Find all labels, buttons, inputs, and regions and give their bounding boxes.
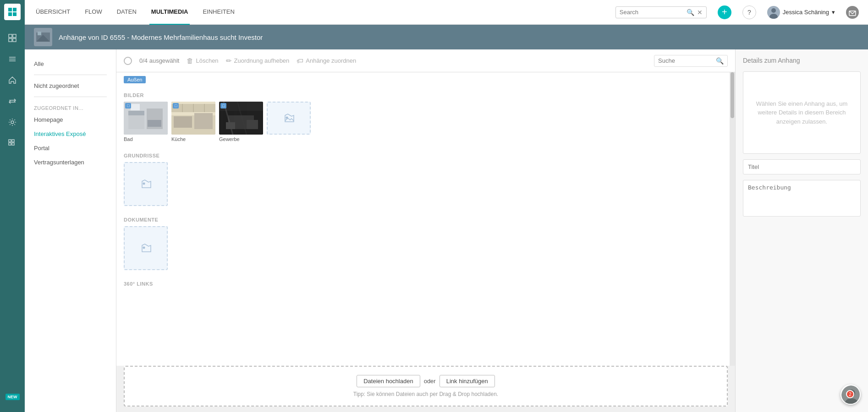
upload-tip: Tipp: Sie können Dateien auch per Drag &… xyxy=(353,391,498,397)
svg-rect-22 xyxy=(38,32,41,35)
page-header-title: Anhänge von ID 6555 - Modernes Mehrfamil… xyxy=(59,33,263,41)
nav-search-icon[interactable]: 🔍 xyxy=(687,9,694,16)
media-badge-gewerbe: □ xyxy=(220,103,226,108)
media-thumb-gewerbe[interactable]: □ xyxy=(219,102,263,135)
left-nav-section-title: ZUGEORDNET IN... xyxy=(25,101,116,113)
svg-rect-26 xyxy=(128,111,144,115)
media-thumb-kuche[interactable]: □ xyxy=(171,102,215,135)
nav-daten[interactable]: DATEN xyxy=(115,0,138,25)
scroll-bar[interactable] xyxy=(730,72,735,366)
media-placeholder-bilder[interactable] xyxy=(267,102,311,135)
section-aussen-tag: Außen xyxy=(124,76,146,83)
media-placeholder-grundrisse[interactable] xyxy=(124,162,168,206)
nav-user[interactable]: Jessica Schäning ▾ xyxy=(767,6,835,19)
toolbar-search-input[interactable] xyxy=(658,57,713,64)
right-panel-description-input[interactable] xyxy=(743,180,861,217)
notification-badge: 2 xyxy=(846,390,854,398)
select-all-checkbox[interactable] xyxy=(124,57,132,65)
selected-count-label: 0/4 ausgewählt xyxy=(139,57,179,64)
svg-rect-3 xyxy=(13,12,16,16)
media-badge-bad: □ xyxy=(125,103,131,108)
delete-button[interactable]: 🗑 Löschen xyxy=(187,57,218,65)
sidebar-list-icon[interactable] xyxy=(0,49,25,70)
svg-rect-4 xyxy=(9,34,12,38)
top-navigation: ÜBERSICHT FLOW DATEN MULTIMEDIA EINHEITE… xyxy=(25,0,868,25)
sidebar-grid-icon[interactable] xyxy=(0,27,25,49)
left-nav-alle[interactable]: Alle xyxy=(25,57,116,71)
svg-rect-5 xyxy=(13,34,16,38)
unassign-icon: ✏ xyxy=(226,57,232,65)
sidebar-transfer-icon[interactable] xyxy=(0,91,25,112)
nav-help-button[interactable]: ? xyxy=(742,5,756,19)
sidebar-apps-icon[interactable] xyxy=(0,133,25,154)
nav-notifications[interactable] xyxy=(846,6,859,19)
svg-rect-34 xyxy=(194,113,213,129)
left-nav-interaktives-expose[interactable]: Interaktives Exposé xyxy=(25,127,116,141)
media-item-placeholder-dokumente[interactable] xyxy=(124,226,168,270)
media-label-gewerbe: Gewerbe xyxy=(219,136,263,142)
section-bilder-label: BILDER xyxy=(124,87,722,102)
nav-chevron-down-icon: ▾ xyxy=(832,9,835,16)
svg-rect-45 xyxy=(226,122,235,129)
toolbar-search-icon[interactable]: 🔍 xyxy=(716,57,724,65)
upload-zone: Dateien hochladen oder Link hinzufügen T… xyxy=(124,366,728,407)
assign-label: Anhänge zuordnen xyxy=(306,57,356,64)
svg-point-48 xyxy=(143,183,145,185)
nav-close-icon[interactable]: ✕ xyxy=(697,9,703,16)
bilder-grid: □ Bad xyxy=(124,102,722,147)
svg-rect-0 xyxy=(8,8,12,11)
unassign-label: Zuordnung aufheben xyxy=(234,57,290,64)
upload-row: Dateien hochladen oder Link hinzufügen xyxy=(357,375,495,387)
nav-multimedia[interactable]: MULTIMEDIA xyxy=(149,0,190,25)
left-navigation: Alle Nicht zugeordnet ZUGEORDNET IN... H… xyxy=(25,49,116,412)
media-badge-kuche: □ xyxy=(173,103,179,108)
media-thumb-bad[interactable]: □ xyxy=(124,102,168,135)
media-label-bad: Bad xyxy=(124,136,168,142)
section-grundrisse-label: GRUNDRISSE xyxy=(124,147,722,162)
media-item-gewerbe[interactable]: □ Gewerbe xyxy=(219,102,263,142)
media-placeholder-dokumente[interactable] xyxy=(124,226,168,270)
left-nav-homepage[interactable]: Homepage xyxy=(25,113,116,127)
left-nav-vertragsunterlagen[interactable]: Vertragsunterlagen xyxy=(25,155,116,169)
sidebar-settings-icon[interactable] xyxy=(0,112,25,133)
assign-button[interactable]: 🏷 Anhänge zuordnen xyxy=(297,57,356,65)
nav-einheiten[interactable]: EINHEITEN xyxy=(201,0,236,25)
svg-rect-33 xyxy=(174,116,192,128)
svg-point-17 xyxy=(771,8,776,13)
svg-rect-1 xyxy=(13,8,16,11)
right-panel-placeholder-text: Wählen Sie einen Anhang aus, um weitere … xyxy=(751,99,853,126)
sidebar-new-badge[interactable]: NEW xyxy=(0,386,25,407)
section-dokumente-label: DOKUMENTE xyxy=(124,211,722,226)
delete-icon: 🗑 xyxy=(187,57,193,65)
nav-user-avatar xyxy=(767,6,780,19)
media-item-bad[interactable]: □ Bad xyxy=(124,102,168,142)
left-nav-nicht-zugeordnet[interactable]: Nicht zugeordnet xyxy=(25,79,116,93)
sidebar-home-icon[interactable] xyxy=(0,70,25,91)
left-nav-portal[interactable]: Portal xyxy=(25,141,116,155)
media-item-kuche[interactable]: □ Küche xyxy=(171,102,215,142)
right-panel-title-input[interactable] xyxy=(743,159,861,174)
nav-add-button[interactable]: + xyxy=(718,5,731,19)
svg-rect-28 xyxy=(148,120,161,127)
nav-ubersicht[interactable]: ÜBERSICHT xyxy=(34,0,72,25)
svg-point-49 xyxy=(143,247,145,249)
grundrisse-grid xyxy=(124,162,722,211)
section-aussen-header: Außen xyxy=(124,72,722,87)
nav-search-box: 🔍 ✕ xyxy=(615,6,707,18)
upload-or-label: oder xyxy=(424,378,436,385)
unassign-button[interactable]: ✏ Zuordnung aufheben xyxy=(226,57,290,65)
media-item-placeholder-bilder[interactable] xyxy=(267,102,311,142)
right-panel-title: Details zum Anhang xyxy=(743,57,861,64)
content-toolbar: 0/4 ausgewählt 🗑 Löschen ✏ Zuordnung auf… xyxy=(116,49,735,72)
media-item-placeholder-grundrisse[interactable] xyxy=(124,162,168,206)
assign-icon: 🏷 xyxy=(297,57,303,65)
add-link-button[interactable]: Link hinzufügen xyxy=(439,375,495,387)
upload-files-button[interactable]: Dateien hochladen xyxy=(357,375,420,387)
delete-label: Löschen xyxy=(196,57,218,64)
media-content: Außen BILDER xyxy=(116,72,730,366)
svg-rect-14 xyxy=(9,143,11,145)
nav-flow[interactable]: FLOW xyxy=(83,0,104,25)
svg-rect-12 xyxy=(9,140,11,142)
nav-search-input[interactable] xyxy=(620,9,684,16)
logo[interactable] xyxy=(4,4,21,20)
